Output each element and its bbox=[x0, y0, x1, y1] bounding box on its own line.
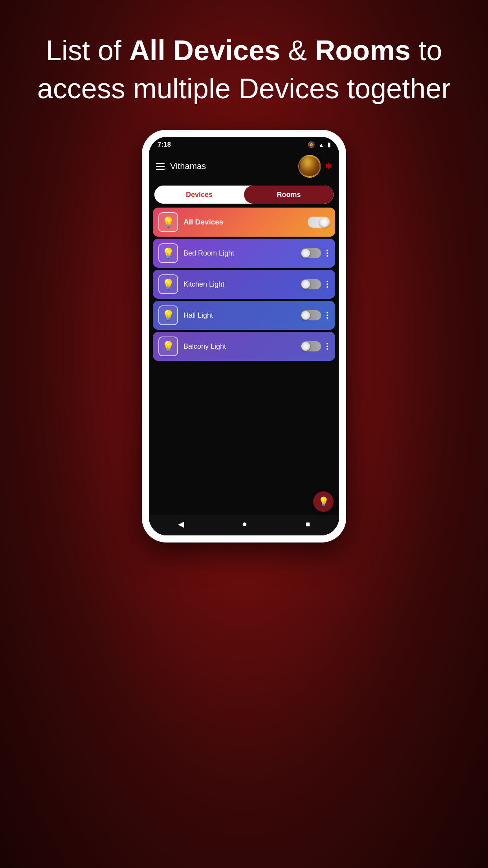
more-dot bbox=[327, 317, 328, 319]
phone-screen: 7:18 🔕 ▲ ▮ Vithamas bbox=[149, 137, 339, 535]
page-background: List of All Devices & Rooms to access mu… bbox=[0, 0, 488, 868]
bulb-icon-kitchen: 💡 bbox=[162, 278, 174, 291]
device-icon-box-bedroom: 💡 bbox=[158, 243, 178, 263]
more-menu-hall[interactable] bbox=[325, 310, 330, 320]
phone-shell: 7:18 🔕 ▲ ▮ Vithamas bbox=[142, 130, 346, 542]
toggle-knob-balcony bbox=[301, 342, 310, 351]
app-title: Vithamas bbox=[170, 161, 298, 171]
all-devices-label: All Devices bbox=[183, 218, 308, 226]
tab-rooms[interactable]: Rooms bbox=[244, 186, 334, 204]
balcony-label: Balcony Light bbox=[183, 342, 301, 351]
kitchen-label: Kitchen Light bbox=[183, 280, 301, 289]
home-button[interactable]: ● bbox=[242, 519, 247, 529]
more-dot bbox=[327, 286, 328, 288]
headline-text: List of All Devices & Rooms to access mu… bbox=[31, 31, 457, 108]
bulb-icon-hall: 💡 bbox=[162, 309, 174, 322]
fab-icon: 💡 bbox=[318, 497, 329, 507]
bedroom-label: Bed Room Light bbox=[183, 249, 301, 257]
status-icons: 🔕 ▲ ▮ bbox=[308, 141, 330, 148]
device-item-bedroom[interactable]: 💡 Bed Room Light bbox=[153, 239, 335, 268]
toggle-kitchen[interactable] bbox=[301, 279, 321, 289]
tab-selector: Devices Rooms bbox=[154, 186, 334, 204]
hall-label: Hall Light bbox=[183, 311, 301, 320]
more-dot bbox=[327, 343, 328, 344]
device-icon-box-all: 💡 bbox=[158, 212, 178, 232]
device-list: 💡 All Devices 💡 Bed Room Light bbox=[149, 208, 339, 361]
status-time: 7:18 bbox=[158, 141, 171, 149]
device-icon-box-balcony: 💡 bbox=[158, 337, 178, 356]
toggle-bedroom[interactable] bbox=[301, 248, 321, 258]
device-item-kitchen[interactable]: 💡 Kitchen Light bbox=[153, 270, 335, 299]
more-dot bbox=[327, 346, 328, 347]
more-dot bbox=[327, 250, 328, 251]
bulb-icon-all: 💡 bbox=[162, 216, 174, 228]
more-dot bbox=[327, 255, 328, 257]
more-dot bbox=[327, 348, 328, 350]
app-bar: Vithamas ✱ bbox=[149, 151, 339, 183]
battery-icon: ▮ bbox=[327, 141, 330, 148]
headline-bold-devices: All Devices bbox=[129, 35, 280, 66]
device-item-balcony[interactable]: 💡 Balcony Light bbox=[153, 332, 335, 361]
more-dot bbox=[327, 314, 328, 316]
more-dot bbox=[327, 312, 328, 313]
recent-button[interactable]: ■ bbox=[305, 520, 310, 529]
headline-line2: access multiple Devices together bbox=[37, 73, 451, 104]
status-bar: 7:18 🔕 ▲ ▮ bbox=[149, 137, 339, 151]
toggle-knob-all bbox=[319, 217, 329, 227]
bluetooth-icon[interactable]: ✱ bbox=[325, 161, 332, 171]
more-dot bbox=[327, 281, 328, 282]
more-menu-balcony[interactable] bbox=[325, 341, 330, 351]
toggle-knob-hall bbox=[301, 311, 310, 320]
device-item-all-devices[interactable]: 💡 All Devices bbox=[153, 208, 335, 237]
headline-bold-rooms: Rooms bbox=[315, 35, 411, 66]
fab-button[interactable]: 💡 bbox=[313, 491, 334, 512]
bulb-icon-bedroom: 💡 bbox=[162, 247, 174, 259]
device-item-hall[interactable]: 💡 Hall Light bbox=[153, 301, 335, 330]
tab-devices[interactable]: Devices bbox=[154, 186, 244, 204]
toggle-hall[interactable] bbox=[301, 310, 321, 320]
bulb-icon-balcony: 💡 bbox=[162, 340, 174, 353]
more-dot bbox=[327, 283, 328, 285]
bottom-spacer: 💡 bbox=[149, 361, 339, 515]
device-icon-box-hall: 💡 bbox=[158, 305, 178, 325]
more-menu-bedroom[interactable] bbox=[325, 248, 330, 258]
toggle-balcony[interactable] bbox=[301, 341, 321, 351]
back-button[interactable]: ◀ bbox=[178, 519, 184, 529]
more-dot bbox=[327, 252, 328, 254]
hamburger-icon[interactable] bbox=[156, 163, 165, 170]
toggle-knob-kitchen bbox=[301, 280, 310, 289]
profile-image[interactable] bbox=[298, 155, 321, 178]
more-menu-kitchen[interactable] bbox=[325, 279, 330, 289]
wifi-icon: ▲ bbox=[318, 142, 324, 148]
toggle-all-devices[interactable] bbox=[308, 217, 330, 228]
bell-icon: 🔕 bbox=[308, 141, 315, 148]
headline-container: List of All Devices & Rooms to access mu… bbox=[0, 0, 488, 131]
device-icon-box-kitchen: 💡 bbox=[158, 274, 178, 294]
nav-bar: ◀ ● ■ bbox=[149, 515, 339, 535]
phone-frame: 7:18 🔕 ▲ ▮ Vithamas bbox=[142, 130, 346, 542]
toggle-knob-bedroom bbox=[301, 249, 310, 257]
